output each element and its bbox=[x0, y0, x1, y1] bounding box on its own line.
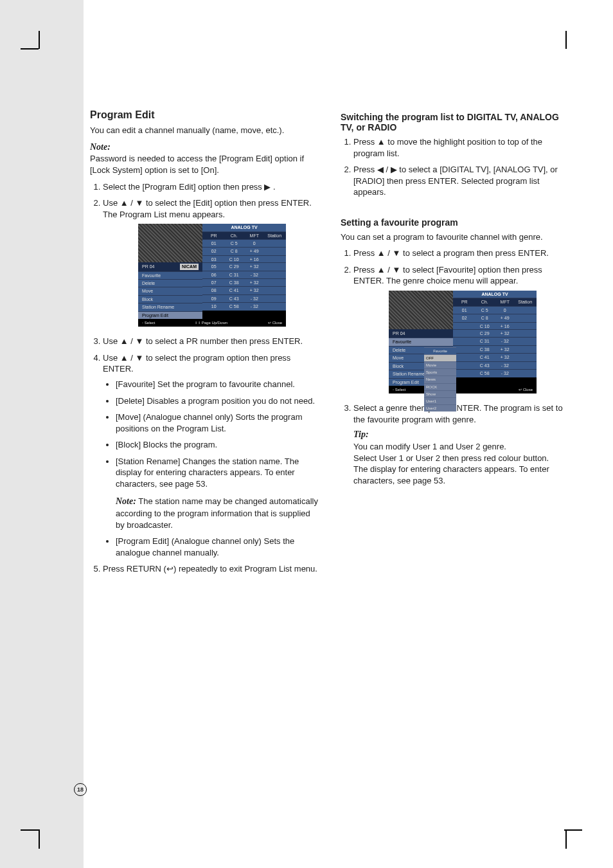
step-item: Select a genre then press ENTER. The pro… bbox=[353, 402, 572, 486]
step-item: Press ◀ / ▶ to select a [DIGITAL TV], [A… bbox=[353, 164, 572, 198]
osd-header-row: PRCh.MFTStation bbox=[453, 298, 537, 305]
osd-data-row: 08C 41+ 32 bbox=[202, 286, 286, 294]
osd-popup-item: Movie bbox=[424, 361, 456, 368]
osd-popup-item: Sports bbox=[424, 368, 456, 375]
crop-mark bbox=[565, 31, 567, 49]
osd-data-row: 02C 8+ 49 bbox=[453, 314, 537, 321]
osd-col: MFT bbox=[244, 232, 265, 239]
crop-mark bbox=[39, 31, 40, 49]
step-text: The Program List menu appears. bbox=[103, 210, 225, 219]
step-text: Use ▲ / ▼ to select the program option t… bbox=[103, 353, 290, 374]
osd-col: PR bbox=[204, 232, 224, 239]
left-column: Program Edit You can edit a channel manu… bbox=[90, 109, 321, 580]
step-item: Use ▲ / ▼ to select a PR number then pre… bbox=[103, 336, 321, 347]
steps-list: Press ▲ to move the highlight position t… bbox=[341, 136, 572, 198]
osd-data-row: 07C 38+ 32 bbox=[202, 278, 286, 286]
osd-preview-pane bbox=[138, 224, 202, 262]
right-column: Switching the program list to DIGITAL TV… bbox=[341, 109, 572, 580]
tip-body: Select User 1 or User 2 then press red c… bbox=[353, 453, 549, 463]
osd-data-row: 05C 29+ 32 bbox=[202, 262, 286, 270]
osd-data-row: C 31- 32 bbox=[453, 337, 537, 345]
osd-col: Ch. bbox=[224, 232, 245, 239]
osd-popup-item: News bbox=[424, 375, 456, 383]
tip-body: The display for entering characters appe… bbox=[353, 464, 549, 485]
crop-mark bbox=[39, 829, 40, 849]
osd-menu-item: Station Rename bbox=[138, 303, 202, 311]
crop-mark bbox=[21, 829, 39, 831]
section-heading-favourite: Setting a favourite program bbox=[341, 217, 572, 228]
osd-menu-item: Program Edit bbox=[138, 311, 202, 319]
osd-data-row: 02C 8+ 49 bbox=[202, 247, 286, 255]
osd-genre-popup: Favorite OFF Movie Sports News ROCK Show… bbox=[424, 347, 456, 411]
section-heading-switching: Switching the program list to DIGITAL TV… bbox=[341, 112, 572, 132]
option-list: [Favourite] Set the program to favourite… bbox=[103, 379, 321, 558]
osd-screenshot-program-list: ANALOG TV PR Ch. MFT Station 01C 50 02C … bbox=[138, 224, 286, 327]
osd-header-row: PR Ch. MFT Station bbox=[202, 231, 286, 239]
osd-data-row: C 29+ 32 bbox=[453, 329, 537, 337]
osd-popup-item: Show bbox=[424, 390, 456, 397]
crop-mark bbox=[21, 48, 39, 50]
step-item: Select the [Program Edit] option then pr… bbox=[103, 181, 321, 193]
left-margin-band bbox=[0, 0, 84, 868]
steps-list: Select the [Program Edit] option then pr… bbox=[90, 181, 321, 575]
osd-popup-item: ROCK bbox=[424, 383, 456, 390]
step-item: Press ▲ / ▼ to select a program then pre… bbox=[353, 248, 572, 259]
steps-list: Press ▲ / ▼ to select a program then pre… bbox=[341, 248, 572, 486]
osd-data-row: 06C 31- 32 bbox=[202, 271, 286, 278]
step-text: Press ▲ / ▼ to select [Favourite] option… bbox=[353, 265, 542, 286]
osd-data-row: 01C 50 bbox=[453, 306, 537, 314]
osd-data-row: 10C 58- 32 bbox=[202, 302, 286, 310]
step-item: Use ▲ / ▼ to select the [Edit] option th… bbox=[103, 197, 321, 327]
osd-footer: ◦ Select ⦀ ⦀ Page Up/Down ↩ Close bbox=[138, 319, 286, 327]
step-item: Press ▲ / ▼ to select [Favourite] option… bbox=[353, 264, 572, 393]
osd-pr-indicator: PR 04 bbox=[389, 329, 453, 338]
osd-pr-indicator: PR 04 NICAM bbox=[138, 262, 202, 271]
osd-popup-title: Favorite bbox=[424, 347, 456, 354]
option-text: [Station Rename] Changes the station nam… bbox=[116, 457, 299, 489]
note-label: Note: bbox=[90, 142, 111, 152]
step-item: Press ▲ to move the highlight position t… bbox=[353, 136, 572, 159]
osd-data-row: C 41+ 32 bbox=[453, 353, 537, 361]
inline-note-label: Note: bbox=[116, 496, 136, 506]
osd-data-row: C 43- 32 bbox=[453, 361, 537, 369]
osd-popup-item: OFF bbox=[424, 354, 456, 361]
tip-body: You can modify User 1 and User 2 genre. bbox=[353, 442, 506, 451]
osd-menu-item: Favourite bbox=[389, 338, 453, 345]
page-content: Program Edit You can edit a channel manu… bbox=[90, 109, 572, 580]
note-block: Note: Password is needed to access the [… bbox=[90, 141, 321, 176]
osd-menu-item: Block bbox=[138, 295, 202, 303]
osd-popup-item: User1 bbox=[424, 397, 456, 404]
option-item: [Program Edit] (Analogue channel only) S… bbox=[116, 536, 321, 558]
osd-popup-item: User2 bbox=[424, 404, 456, 411]
page-number: 18 bbox=[74, 783, 87, 796]
osd-menu-item: Favourite bbox=[138, 271, 202, 279]
osd-data-row: 09C 43- 32 bbox=[202, 294, 286, 302]
step-text: Use ▲ / ▼ to select the [Edit] option th… bbox=[103, 198, 312, 208]
section-heading-program-edit: Program Edit bbox=[90, 109, 321, 121]
osd-footer: ◦ Select ↩ Close bbox=[389, 386, 537, 393]
osd-data-row: C 58- 32 bbox=[453, 369, 537, 377]
osd-title: ANALOG TV bbox=[202, 224, 286, 231]
osd-menu-item: Delete bbox=[138, 279, 202, 287]
tip-label: Tip: bbox=[353, 429, 369, 439]
osd-menu-item: Move bbox=[138, 287, 202, 294]
osd-side-menu: Favourite Delete Move Block Station Rena… bbox=[138, 271, 202, 320]
note-body: Password is needed to access the [Progra… bbox=[90, 154, 304, 175]
option-item: [Delete] Disables a program position you… bbox=[116, 395, 321, 407]
intro-text: You can edit a channel manually (name, m… bbox=[90, 125, 321, 136]
osd-screenshot-favourite: ANALOG TV PRCh.MFTStation 01C 50 02C 8+ … bbox=[389, 291, 537, 393]
crop-mark bbox=[565, 829, 567, 849]
step-text: Select a genre then press ENTER. The pro… bbox=[353, 403, 563, 424]
step-item: Press RETURN (↩) repeatedly to exit Prog… bbox=[103, 563, 321, 575]
option-item: [Station Rename] Changes the station nam… bbox=[116, 456, 321, 531]
osd-data-row: 01C 50 bbox=[202, 239, 286, 247]
fav-intro: You can set a program to favourite chann… bbox=[341, 231, 572, 243]
option-item: [Favourite] Set the program to favourite… bbox=[116, 379, 321, 390]
option-item: [Move] (Analogue channel only) Sorts the… bbox=[116, 411, 321, 434]
osd-title: ANALOG TV bbox=[453, 291, 537, 298]
option-item: [Block] Blocks the program. bbox=[116, 439, 321, 451]
osd-data-row: C 38+ 32 bbox=[453, 345, 537, 353]
osd-preview-pane bbox=[389, 291, 453, 329]
crop-mark bbox=[564, 829, 582, 831]
osd-col: Station bbox=[265, 232, 285, 239]
